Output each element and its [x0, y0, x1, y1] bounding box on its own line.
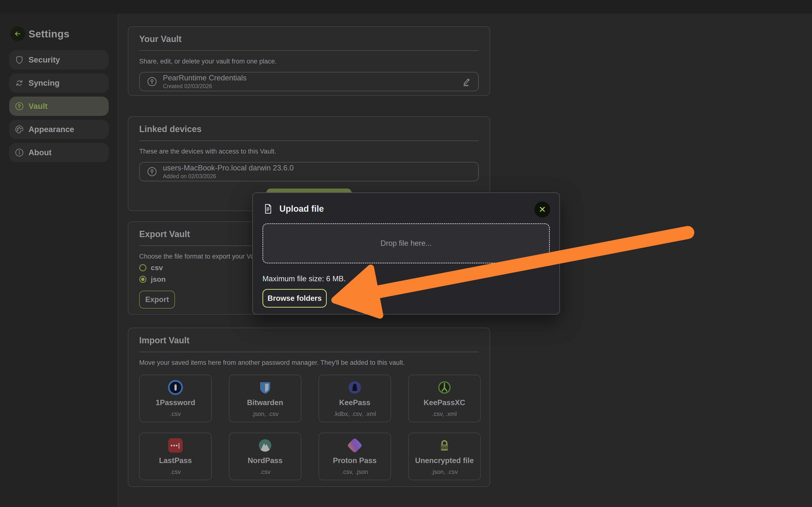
- dropzone-hint: Drop file here...: [380, 239, 432, 248]
- sidebar-item-label: Vault: [29, 102, 48, 111]
- sidebar-item-about[interactable]: About: [9, 143, 109, 162]
- document-icon: [262, 203, 273, 215]
- unencrypted-file-icon: [437, 438, 452, 453]
- radio-selected-icon: [139, 276, 146, 283]
- arrow-left-icon: [13, 30, 22, 38]
- back-button[interactable]: [10, 26, 25, 41]
- import-tile-keepassxc[interactable]: KeePassXC .csv, .xml: [408, 375, 481, 422]
- card-description: Share, edit, or delete your vault from o…: [139, 58, 479, 65]
- key-icon: [146, 166, 158, 177]
- device-row[interactable]: users-MacBook-Pro.local darwin 23.6.0 Ad…: [139, 162, 479, 181]
- import-tile-unencrypted-file[interactable]: Unencrypted file .json, .csv: [408, 433, 481, 480]
- sidebar-item-syncing[interactable]: Syncing: [9, 73, 109, 93]
- palette-icon: [14, 125, 24, 134]
- export-button[interactable]: Export: [139, 291, 175, 308]
- sync-icon: [14, 78, 24, 88]
- card-description: Move your saved items here from another …: [139, 359, 479, 367]
- vault-created-date: Created 02/03/2026: [163, 83, 247, 90]
- vault-row[interactable]: PearRuntime Credentials Created 02/03/20…: [139, 72, 479, 91]
- sidebar-item-label: Appearance: [29, 125, 74, 134]
- keepass-icon: [347, 380, 362, 395]
- modal-header: Upload file ✕: [262, 203, 550, 215]
- file-dropzone[interactable]: Drop file here...: [262, 223, 550, 264]
- settings-nav: Security Syncing Vault Appearance About: [9, 50, 109, 166]
- vault-name: PearRuntime Credentials: [163, 74, 247, 82]
- nordpass-icon: [258, 438, 272, 453]
- keepassxc-icon: [437, 380, 452, 395]
- pencil-icon: [460, 76, 471, 87]
- modal-title: Upload file: [280, 204, 324, 214]
- device-added-date: Added on 02/03/2026: [163, 173, 294, 180]
- sidebar-item-label: About: [29, 148, 51, 157]
- card-title: Linked devices: [139, 124, 479, 134]
- radio-icon: [139, 264, 146, 271]
- edit-vault-button[interactable]: [460, 76, 471, 87]
- import-tile-lastpass[interactable]: •••| LastPass .csv: [139, 433, 212, 480]
- bitwarden-icon: [258, 380, 272, 395]
- card-title: Your Vault: [139, 34, 479, 44]
- max-file-size-text: Maximum file size: 6 MB.: [262, 275, 550, 283]
- card-title: Import Vault: [139, 335, 479, 345]
- settings-sidebar: Settings Security Syncing Vault Appearan…: [0, 14, 118, 507]
- import-tile-protonpass[interactable]: Proton Pass .csv, .json: [318, 433, 391, 480]
- import-provider-grid: 1Password .csv Bitwarden .json, .csv Kee…: [139, 375, 479, 480]
- device-name: users-MacBook-Pro.local darwin 23.6.0: [163, 164, 294, 172]
- shield-icon: [14, 55, 24, 65]
- divider: [139, 140, 479, 141]
- browse-folders-button[interactable]: Browse folders: [262, 289, 327, 307]
- close-icon[interactable]: ✕: [534, 202, 550, 218]
- import-tile-1password[interactable]: 1Password .csv: [139, 375, 212, 422]
- 1password-icon: [168, 380, 183, 395]
- divider: [139, 352, 479, 352]
- import-vault-card: Import Vault Move your saved items here …: [128, 328, 490, 487]
- sidebar-item-appearance[interactable]: Appearance: [9, 120, 109, 139]
- divider: [139, 50, 479, 51]
- import-tile-keepass[interactable]: KeePass .kdbx, .csv, .xml: [318, 375, 391, 422]
- import-tile-nordpass[interactable]: NordPass .csv: [229, 433, 301, 480]
- card-description: These are the devices with access to thi…: [139, 148, 479, 155]
- sidebar-item-security[interactable]: Security: [9, 50, 109, 69]
- info-icon: [14, 148, 24, 157]
- window-titlebar: [0, 0, 812, 14]
- sidebar-item-label: Syncing: [29, 78, 59, 88]
- sidebar-item-vault[interactable]: Vault: [9, 97, 109, 116]
- upload-file-modal: Upload file ✕ Drop file here... Maximum …: [252, 192, 560, 315]
- key-icon: [14, 101, 24, 111]
- import-tile-bitwarden[interactable]: Bitwarden .json, .csv: [229, 375, 301, 422]
- key-icon: [146, 76, 158, 87]
- lastpass-icon: •••|: [168, 438, 183, 453]
- your-vault-card: Your Vault Share, edit, or delete your v…: [128, 26, 490, 96]
- page-title: Settings: [29, 28, 69, 40]
- protonpass-icon: [349, 438, 360, 453]
- sidebar-item-label: Security: [29, 55, 60, 64]
